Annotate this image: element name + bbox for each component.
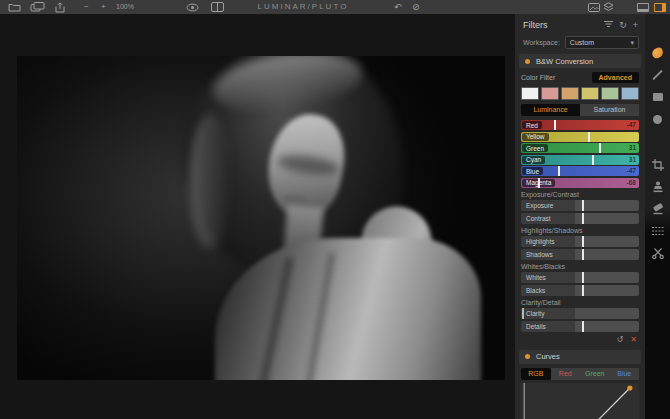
tab-saturation[interactable]: Saturation	[580, 104, 639, 116]
tab-red[interactable]: Red	[551, 368, 581, 380]
slider-highlights[interactable]: Highlights	[521, 236, 639, 247]
tab-luminance[interactable]: Luminance	[521, 104, 580, 116]
slider-shadows-handle[interactable]	[582, 249, 584, 260]
slider-whites[interactable]: Whites	[521, 272, 639, 283]
refresh-icon[interactable]: ↻	[619, 21, 627, 30]
slider-contrast-label: Contrast	[521, 213, 575, 224]
slider-contrast-handle[interactable]	[582, 213, 584, 224]
photo-preview[interactable]	[17, 56, 505, 380]
layers-icon[interactable]	[603, 0, 614, 14]
slider-yellow-handle[interactable]	[588, 132, 590, 142]
photos-icon[interactable]	[30, 0, 45, 14]
curves-channel-tabs: RGB Red Green Blue	[521, 368, 639, 380]
curves-header[interactable]: Curves	[519, 350, 641, 364]
tab-green[interactable]: Green	[580, 368, 610, 380]
filters-title: Filters	[523, 20, 598, 30]
swatch-red[interactable]	[541, 87, 559, 100]
slider-blacks[interactable]: Blacks	[521, 285, 639, 296]
slider-blue-handle[interactable]	[558, 166, 560, 176]
slider-details[interactable]: Details	[521, 321, 639, 332]
export-icon[interactable]	[55, 0, 65, 14]
curves-graph[interactable]	[521, 383, 639, 419]
compare-icon[interactable]	[211, 0, 224, 14]
preview-eye-icon[interactable]	[186, 0, 199, 14]
tab-rgb[interactable]: RGB	[521, 368, 551, 380]
zoom-in-button[interactable]: +	[101, 0, 106, 14]
original-view-icon[interactable]: ⊘	[412, 0, 420, 14]
crop-icon[interactable]	[652, 154, 664, 176]
section-exposure-contrast: Exposure/Contrast	[521, 191, 639, 198]
slider-cyan-handle[interactable]	[592, 155, 594, 165]
workspace-select[interactable]: Custom ▾	[565, 36, 639, 49]
tab-blue[interactable]: Blue	[610, 368, 640, 380]
curve-line	[521, 383, 639, 419]
slider-whites-handle[interactable]	[582, 272, 584, 283]
eraser-icon[interactable]	[652, 198, 664, 220]
image-icon[interactable]	[588, 0, 600, 14]
advanced-button[interactable]: Advanced	[592, 72, 639, 83]
slider-blue-value: -47	[627, 166, 636, 176]
clone-stamp-icon[interactable]	[652, 176, 664, 198]
slider-details-label: Details	[521, 321, 575, 332]
mask-brush-icon[interactable]	[652, 42, 663, 64]
slider-blue-label: Blue	[522, 167, 543, 175]
slider-highlights-handle[interactable]	[582, 236, 584, 247]
zoom-level: 100%	[116, 0, 134, 14]
slider-yellow[interactable]: Yellow	[521, 132, 639, 142]
curves-title: Curves	[536, 352, 560, 361]
slider-blacks-label: Blacks	[521, 285, 575, 296]
slider-green-handle[interactable]	[599, 143, 601, 153]
slider-exposure[interactable]: Exposure	[521, 200, 639, 211]
chevron-down-icon: ▾	[630, 39, 634, 47]
slider-clarity[interactable]: Clarity	[521, 308, 639, 319]
folder-icon[interactable]	[8, 0, 21, 14]
toggle-bottom-panel-icon[interactable]	[637, 0, 649, 14]
scissors-icon[interactable]	[652, 242, 664, 264]
slider-cyan[interactable]: Cyan 31	[521, 155, 639, 165]
reset-filter-icon[interactable]: ↺	[617, 336, 624, 344]
swatch-yellow[interactable]	[581, 87, 599, 100]
top-toolbar: − + 100% LUMINAR/PLUTO ↶ ⊘	[0, 0, 670, 14]
section-whites-blacks: Whites/Blacks	[521, 263, 639, 270]
swatch-green[interactable]	[601, 87, 619, 100]
slider-shadows[interactable]: Shadows	[521, 249, 639, 260]
slider-yellow-label: Yellow	[522, 133, 549, 141]
slider-green-label: Green	[522, 144, 548, 152]
slider-whites-label: Whites	[521, 272, 575, 283]
filters-panel: Filters ↻ + Workspace: Custom ▾ B&W Conv…	[515, 14, 645, 419]
bw-conversion-header[interactable]: B&W Conversion	[519, 54, 641, 68]
slider-blue[interactable]: Blue -47	[521, 166, 639, 176]
slider-red-handle[interactable]	[554, 120, 556, 130]
curves-section: Curves RGB Red Green Blue	[515, 350, 645, 419]
texture-icon[interactable]	[652, 220, 664, 242]
slider-magenta[interactable]: Magenta -68	[521, 178, 639, 188]
undo-icon[interactable]: ↶	[394, 0, 402, 14]
section-highlights-shadows: Highlights/Shadows	[521, 227, 639, 234]
filter-enabled-dot[interactable]	[525, 59, 530, 64]
add-filter-icon[interactable]: +	[633, 21, 638, 30]
remove-filter-icon[interactable]: ✕	[630, 336, 637, 344]
zoom-out-button[interactable]: −	[84, 0, 89, 14]
slider-red[interactable]: Red -47	[521, 120, 639, 130]
curve-point[interactable]	[627, 385, 632, 390]
slider-magenta-handle[interactable]	[538, 178, 540, 188]
slider-contrast[interactable]: Contrast	[521, 213, 639, 224]
swatch-orange[interactable]	[561, 87, 579, 100]
swatch-white[interactable]	[521, 87, 539, 100]
slider-blacks-handle[interactable]	[582, 285, 584, 296]
filter-presets-icon[interactable]	[604, 20, 613, 30]
slider-shadows-label: Shadows	[521, 249, 575, 260]
brush-icon[interactable]	[651, 64, 664, 86]
canvas-area	[0, 14, 515, 419]
filter-enabled-dot[interactable]	[525, 354, 530, 359]
slider-cyan-label: Cyan	[522, 156, 545, 164]
filter-actions: ↺ ✕	[521, 334, 639, 347]
slider-red-value: -47	[627, 120, 636, 130]
gradient-mask-icon[interactable]	[653, 86, 663, 108]
slider-green[interactable]: Green 31	[521, 143, 639, 153]
slider-exposure-handle[interactable]	[582, 200, 584, 211]
slider-details-handle[interactable]	[582, 321, 584, 332]
radial-mask-icon[interactable]	[653, 108, 662, 130]
toggle-side-panel-icon[interactable]	[654, 0, 666, 14]
swatch-blue[interactable]	[621, 87, 639, 100]
